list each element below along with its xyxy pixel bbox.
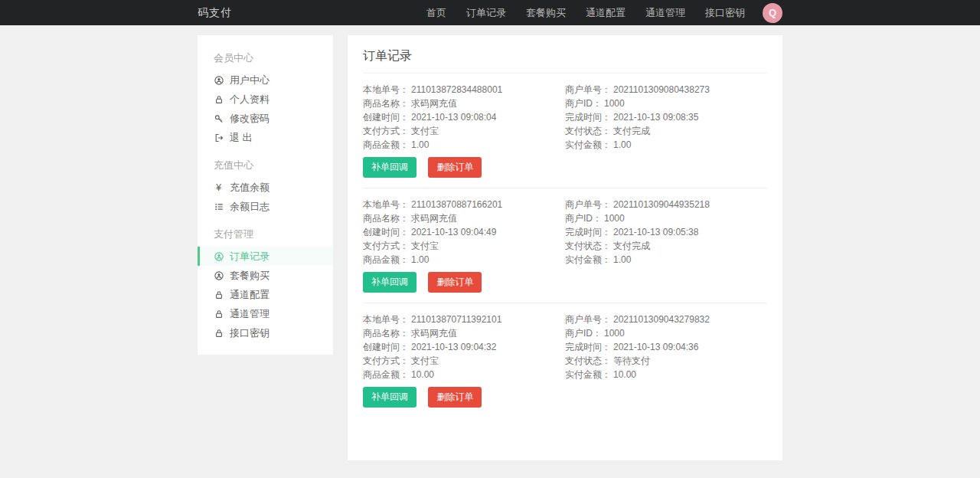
order-item: 本地单号：211013870711392101 商品名称：求码网充值 创建时间：… (363, 303, 767, 417)
sidebar-item-label: 充值余额 (230, 181, 270, 195)
product-amount-value: 1.00 (411, 139, 429, 150)
sidebar-item-channel-manage[interactable]: 通道管理 (198, 304, 333, 323)
key-icon (214, 113, 224, 123)
delete-order-button[interactable]: 删除订单 (428, 272, 482, 293)
product-name-value: 求码网充值 (411, 98, 457, 109)
product-amount-value: 10.00 (411, 369, 434, 380)
nav-item-channel-manage[interactable]: 通道管理 (635, 0, 695, 25)
product-name-label: 商品名称： (363, 213, 409, 224)
finish-time-value: 2021-10-13 09:08:35 (613, 112, 698, 123)
navbar-menu: 首页 订单记录 套餐购买 通道配置 通道管理 接口密钥 Q (416, 0, 782, 25)
sidebar-item-recharge-balance[interactable]: ¥ 充值余额 (198, 178, 333, 197)
create-time-value: 2021-10-13 09:08:04 (411, 112, 496, 123)
product-name-value: 求码网充值 (411, 328, 457, 339)
pay-method-label: 支付方式： (363, 241, 409, 251)
page-wrapper: 码支付 首页 订单记录 套餐购买 通道配置 通道管理 接口密钥 Q 会员中心 用… (0, 0, 980, 478)
sidebar-item-label: 通道配置 (230, 288, 270, 302)
pay-method-value: 支付宝 (411, 126, 439, 136)
list-icon (214, 201, 224, 211)
finish-time-value: 2021-10-13 09:04:36 (613, 342, 698, 352)
merchant-id-value: 1000 (604, 328, 625, 339)
finish-time-label: 完成时间： (565, 227, 611, 237)
paid-amount-value: 1.00 (613, 139, 631, 150)
local-order-no-value: 211013872834488001 (411, 84, 502, 95)
product-name-label: 商品名称： (363, 98, 409, 109)
create-time-label: 创建时间： (363, 342, 409, 352)
lock-icon (214, 94, 224, 104)
pay-status-label: 支付状态： (565, 241, 611, 251)
merchant-order-no-value: 2021101309080438273 (613, 84, 710, 95)
paid-amount-label: 实付金额： (565, 254, 611, 265)
merchant-id-value: 1000 (604, 213, 625, 224)
product-amount-value: 1.00 (411, 254, 429, 265)
finish-time-label: 完成时间： (565, 112, 611, 123)
sign-out-icon (214, 133, 224, 142)
create-time-label: 创建时间： (363, 112, 409, 123)
page-body: 会员中心 用户中心 个人资料 修改密码 退 出 充值中心 (0, 25, 980, 478)
finish-time-label: 完成时间： (565, 342, 611, 352)
nav-item-api-key[interactable]: 接口密钥 (695, 0, 755, 25)
merchant-order-no-label: 商户单号： (565, 314, 611, 325)
order-right-column: 商户单号：2021101309044935218 商户ID：1000 完成时间：… (565, 198, 767, 293)
sidebar-item-label: 套餐购买 (230, 269, 270, 283)
sidebar-item-change-password[interactable]: 修改密码 (198, 109, 333, 128)
nav-item-order-records[interactable]: 订单记录 (456, 0, 516, 25)
paid-amount-label: 实付金额： (565, 369, 611, 380)
merchant-id-label: 商户ID： (565, 328, 602, 339)
delete-order-button[interactable]: 删除订单 (428, 157, 482, 178)
sidebar-item-label: 通道管理 (230, 307, 270, 321)
sidebar-item-balance-log[interactable]: 余额日志 (198, 197, 333, 216)
sidebar-item-package-purchase[interactable]: 套餐购买 (198, 266, 333, 285)
pay-status-value: 等待支付 (613, 355, 650, 366)
sidebar-heading-payment-manage: 支付管理 (198, 216, 333, 247)
local-order-no-label: 本地单号： (363, 84, 409, 95)
sidebar-item-label: 用户中心 (230, 74, 270, 87)
nav-item-package-purchase[interactable]: 套餐购买 (516, 0, 576, 25)
merchant-id-label: 商户ID： (565, 98, 602, 109)
sidebar-item-order-records[interactable]: 订单记录 (198, 247, 333, 266)
callback-button[interactable]: 补单回调 (363, 157, 416, 178)
pay-status-value: 支付完成 (613, 241, 650, 251)
delete-order-button[interactable]: 删除订单 (428, 387, 482, 408)
paid-amount-value: 1.00 (613, 254, 631, 265)
pay-method-label: 支付方式： (363, 126, 409, 136)
user-avatar[interactable]: Q (763, 3, 782, 23)
sidebar-item-label: 余额日志 (230, 200, 270, 214)
lock-icon (214, 328, 224, 338)
merchant-order-no-value: 2021101309044935218 (613, 199, 710, 210)
order-actions: 补单回调 删除订单 (363, 157, 565, 178)
merchant-order-no-label: 商户单号： (565, 84, 611, 95)
sidebar: 会员中心 用户中心 个人资料 修改密码 退 出 充值中心 (198, 35, 333, 355)
order-left-column: 本地单号：211013870711392101 商品名称：求码网充值 创建时间：… (363, 313, 565, 408)
merchant-order-no-value: 2021101309043279832 (613, 314, 710, 325)
create-time-label: 创建时间： (363, 227, 409, 237)
lock-icon (214, 309, 224, 319)
sidebar-item-label: 个人资料 (230, 93, 270, 106)
pay-method-value: 支付宝 (411, 241, 439, 251)
callback-button[interactable]: 补单回调 (363, 272, 416, 293)
local-order-no-label: 本地单号： (363, 199, 409, 210)
sidebar-item-profile[interactable]: 个人资料 (198, 90, 333, 109)
merchant-id-value: 1000 (604, 98, 625, 109)
product-amount-label: 商品金额： (363, 139, 409, 150)
nav-item-channel-config[interactable]: 通道配置 (576, 0, 635, 25)
pay-method-label: 支付方式： (363, 355, 409, 366)
sidebar-item-api-key[interactable]: 接口密钥 (198, 323, 333, 342)
pay-status-label: 支付状态： (565, 355, 611, 366)
callback-button[interactable]: 补单回调 (363, 387, 416, 408)
order-left-column: 本地单号：211013870887166201 商品名称：求码网充值 创建时间：… (363, 198, 565, 293)
create-time-value: 2021-10-13 09:04:32 (411, 342, 496, 352)
pay-status-label: 支付状态： (565, 126, 611, 136)
product-amount-label: 商品金额： (363, 254, 409, 265)
sidebar-item-label: 退 出 (230, 131, 253, 145)
sidebar-item-channel-config[interactable]: 通道配置 (198, 285, 333, 304)
sidebar-heading-member-center: 会员中心 (198, 40, 333, 70)
local-order-no-value: 211013870887166201 (411, 199, 502, 210)
merchant-order-no-label: 商户单号： (565, 199, 611, 210)
top-navbar: 码支付 首页 订单记录 套餐购买 通道配置 通道管理 接口密钥 Q (0, 0, 980, 25)
sidebar-item-logout[interactable]: 退 出 (198, 128, 333, 147)
finish-time-value: 2021-10-13 09:05:38 (613, 227, 698, 237)
order-actions: 补单回调 删除订单 (363, 387, 565, 408)
sidebar-item-user-center[interactable]: 用户中心 (198, 70, 333, 90)
nav-item-home[interactable]: 首页 (416, 0, 456, 25)
